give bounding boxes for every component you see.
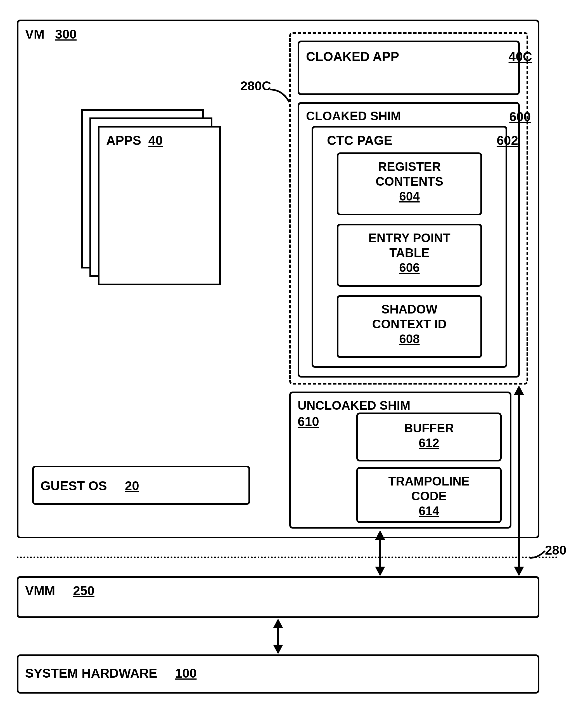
arrow-vmm-hw-up	[273, 619, 283, 628]
arrow-vmm-hw-line	[277, 627, 279, 645]
uncloaked-shim-ref: 610	[298, 414, 319, 429]
apps-front	[98, 126, 221, 285]
arrow-cloaked-vmm-line	[518, 394, 520, 567]
guest-os-label: GUEST OS 20	[40, 478, 139, 493]
apps-label: APPS 40	[106, 133, 163, 148]
arrow-vmm-hw-down	[273, 645, 283, 654]
vmm-label: VMM 250	[25, 583, 95, 598]
ctc-page-ref: 602	[497, 133, 518, 148]
cloaked-shim-ref: 600	[509, 109, 531, 124]
register-contents-label: REGISTER CONTENTS 604	[337, 159, 482, 204]
callout-280c-leader	[268, 87, 293, 106]
system-hardware-label: SYSTEM HARDWARE 100	[25, 666, 196, 681]
arrow-cloaked-vmm-up	[514, 385, 524, 395]
trampoline-code-label: TRAMPOLINE CODE 614	[356, 474, 502, 518]
callout-280c: 280C	[240, 78, 271, 93]
dotted-280-line	[17, 557, 557, 558]
vmm-box	[17, 576, 539, 618]
cloaked-app-ref: 40C	[509, 49, 532, 64]
uncloaked-shim-label: UNCLOAKED SHIM	[298, 399, 410, 412]
arrow-vm-vmm-line	[379, 539, 381, 567]
buffer-label: BUFFER 612	[356, 421, 502, 450]
vm-label: VM 300	[25, 27, 77, 42]
callout-280-leader	[528, 549, 548, 561]
arrow-vm-vmm-up	[375, 530, 385, 540]
ctc-page-label: CTC PAGE	[327, 133, 392, 148]
callout-280: 280	[545, 543, 566, 558]
cloaked-app-label: CLOAKED APP	[306, 49, 399, 64]
arrow-cloaked-vmm-down	[514, 567, 524, 576]
cloaked-shim-label: CLOAKED SHIM	[306, 109, 401, 123]
shadow-context-id-label: SHADOW CONTEXT ID 608	[337, 302, 482, 346]
entry-point-table-label: ENTRY POINT TABLE 606	[337, 231, 482, 275]
arrow-vm-vmm-down	[375, 567, 385, 576]
